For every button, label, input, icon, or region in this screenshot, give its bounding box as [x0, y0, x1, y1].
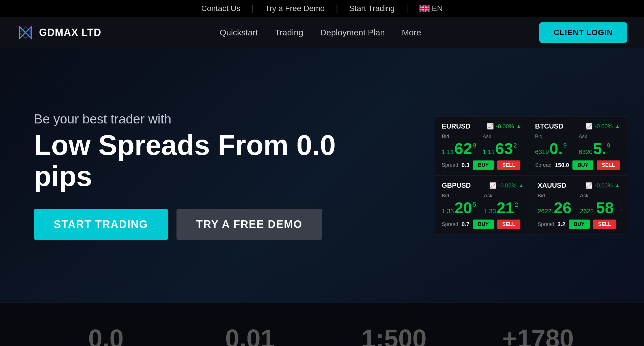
xauusd-bid-label: Bid — [538, 193, 578, 199]
eurusd-name: EURUSD — [442, 122, 470, 130]
btcusd-ask-super: 9 — [607, 142, 610, 149]
btcusd-change-value: -0.00% — [595, 123, 613, 129]
xauusd-ask: Ask 2622. 58 — [580, 193, 620, 216]
try-demo-button[interactable]: TRY A FREE DEMO — [176, 209, 322, 240]
xauusd-change: 📈 -0.00% ▲ — [585, 182, 620, 189]
xauusd-bid-prefix: 2622. — [538, 208, 553, 215]
btcusd-name: BTCUSD — [535, 122, 563, 130]
top-bar: Contact Us | Try a Free Demo | Start Tra… — [0, 0, 644, 17]
eurusd-bid-main: 62 — [455, 141, 472, 157]
btcusd-ask-main: 5. — [593, 141, 606, 157]
eurusd-ask-label: Ask — [483, 134, 521, 140]
flag-icon — [419, 5, 430, 12]
eurusd-ask-super: 2 — [514, 142, 517, 149]
gbpusd-spread-label: Spread — [442, 221, 458, 227]
gbpusd-ask-super: 2 — [515, 201, 518, 208]
xauusd-ask-main: 58 — [596, 200, 614, 216]
xauusd-spread-value: 3.2 — [557, 221, 565, 228]
trading-widget: EURUSD 📈 -0.00% ▲ Bid 1.11 62 9 — [435, 116, 627, 235]
logo[interactable]: GDMAX LTD — [17, 24, 101, 41]
xauusd-arrow: ▲ — [615, 182, 620, 188]
eurusd-buy-button[interactable]: BUY — [473, 161, 494, 170]
nav-links: Quickstart Trading Deployment Plan More — [220, 28, 421, 37]
stats-section: 0.0 Pip Spreads* 0.01 Micro Lot Trading … — [0, 303, 644, 346]
eurusd-prices: Bid 1.11 62 9 Ask 1.11 63 2 — [442, 134, 521, 157]
nav-link-deployment[interactable]: Deployment Plan — [320, 28, 385, 37]
btcusd-buy-button[interactable]: BUY — [572, 161, 593, 170]
btcusd-bid: Bid 6319 0. 9 — [535, 134, 576, 157]
stat-micro-lot: 0.01 Micro Lot Trading — [178, 320, 322, 346]
gbpusd-spread-row: Spread 0.7 BUY SELL — [442, 220, 524, 229]
gbpusd-prices: Bid 1.33 20 5 Ask 1.33 21 2 — [442, 193, 524, 216]
eurusd-spread-label: Spread — [442, 162, 458, 168]
gbpusd-bid: Bid 1.33 20 5 — [442, 193, 482, 216]
xauusd-header: XAUUSD 📈 -0.00% ▲ — [538, 181, 620, 189]
nav-item-more[interactable]: More — [402, 28, 421, 37]
stat-instruments: +1780 Tradable Instruments — [466, 320, 610, 346]
eurusd-header: EURUSD 📈 -0.00% ▲ — [442, 122, 521, 130]
nav-item-trading[interactable]: Trading — [275, 28, 303, 37]
start-trading-button[interactable]: START TRADING — [34, 209, 168, 240]
xauusd-change-value: -0.00% — [595, 182, 613, 189]
stat-instruments-number: +1780 — [502, 326, 574, 346]
widget-row-top: EURUSD 📈 -0.00% ▲ Bid 1.11 62 9 — [435, 117, 627, 176]
svg-point-16 — [396, 229, 430, 263]
stat-micro-lot-number: 0.01 — [225, 326, 275, 346]
logo-icon — [17, 24, 34, 41]
stat-leverage: 1:500 Leverage — [322, 320, 466, 346]
gbpusd-trend-icon: 📈 — [489, 182, 496, 189]
xauusd-spread-row: Spread 3.2 BUY SELL — [538, 220, 620, 229]
gbpusd-ask-main: 21 — [497, 200, 514, 216]
gbpusd-ask-prefix: 1.33 — [484, 208, 496, 215]
eurusd-spread-row: Spread 0.3 BUY SELL — [442, 161, 521, 170]
stat-leverage-number: 1:500 — [361, 326, 427, 346]
nav-link-trading[interactable]: Trading — [275, 28, 303, 37]
gbpusd-sell-button[interactable]: SELL — [497, 220, 520, 229]
xauusd-name: XAUUSD — [538, 181, 566, 189]
nav-item-quickstart[interactable]: Quickstart — [220, 28, 258, 37]
hero-content: Be your best trader with Low Spreads Fro… — [34, 111, 351, 240]
eurusd-bid-value: 1.11 62 9 — [442, 141, 480, 157]
nav-link-quickstart[interactable]: Quickstart — [220, 28, 258, 37]
hero-buttons: START TRADING TRY A FREE DEMO — [34, 209, 351, 240]
logo-text: GDMAX LTD — [39, 27, 101, 39]
gbpusd-name: GBPUSD — [442, 181, 471, 189]
eurusd-change-value: -0.00% — [496, 123, 514, 129]
btcusd-spread-label: Spread — [535, 162, 552, 168]
btcusd-arrow: ▲ — [615, 123, 620, 129]
svg-point-14 — [396, 93, 430, 127]
xauusd-buy-button[interactable]: BUY — [569, 220, 590, 229]
client-login-button[interactable]: CLIENT LOGIN — [539, 22, 627, 43]
xauusd-sell-button[interactable]: SELL — [593, 220, 616, 229]
gbpusd-ask-label: Ask — [484, 193, 524, 199]
eurusd-bid-super: 9 — [473, 142, 476, 149]
language-selector[interactable]: EN — [419, 4, 443, 13]
xauusd-spread-label: Spread — [538, 221, 554, 227]
separator-3: | — [406, 4, 408, 13]
eurusd-panel: EURUSD 📈 -0.00% ▲ Bid 1.11 62 9 — [435, 117, 528, 176]
btcusd-sell-button[interactable]: SELL — [597, 161, 620, 170]
eurusd-ask-main: 63 — [495, 141, 513, 157]
xauusd-bid-main: 26 — [554, 200, 571, 216]
btcusd-ask-label: Ask — [579, 134, 620, 140]
eurusd-sell-button[interactable]: SELL — [497, 161, 520, 170]
eurusd-bid-label: Bid — [442, 134, 480, 140]
gbpusd-panel: GBPUSD 📈 -0.00% ▲ Bid 1.33 20 5 — [435, 176, 531, 235]
nav-link-more[interactable]: More — [402, 28, 421, 37]
eurusd-spread-value: 0.3 — [462, 162, 469, 168]
nav-item-deployment[interactable]: Deployment Plan — [320, 28, 385, 37]
navbar: GDMAX LTD Quickstart Trading Deployment … — [0, 17, 644, 48]
xauusd-bid-value: 2622. 26 — [538, 200, 578, 216]
btcusd-spread-row: Spread 150.0 BUY SELL — [535, 161, 620, 170]
btcusd-spread-value: 150.0 — [555, 162, 569, 168]
start-trading-link[interactable]: Start Trading — [349, 4, 395, 13]
gbpusd-spread-value: 0.7 — [462, 221, 469, 228]
svg-marker-1 — [20, 27, 25, 38]
try-demo-link[interactable]: Try a Free Demo — [265, 4, 325, 13]
stat-pip-spreads-number: 0.0 — [88, 326, 124, 346]
gbpusd-buy-button[interactable]: BUY — [473, 220, 494, 229]
btcusd-bid-prefix: 6319 — [535, 148, 549, 156]
contact-us-link[interactable]: Contact Us — [201, 4, 240, 13]
gbpusd-ask-value: 1.33 21 2 — [484, 200, 524, 216]
xauusd-prices: Bid 2622. 26 Ask 2622. 58 — [538, 193, 620, 216]
